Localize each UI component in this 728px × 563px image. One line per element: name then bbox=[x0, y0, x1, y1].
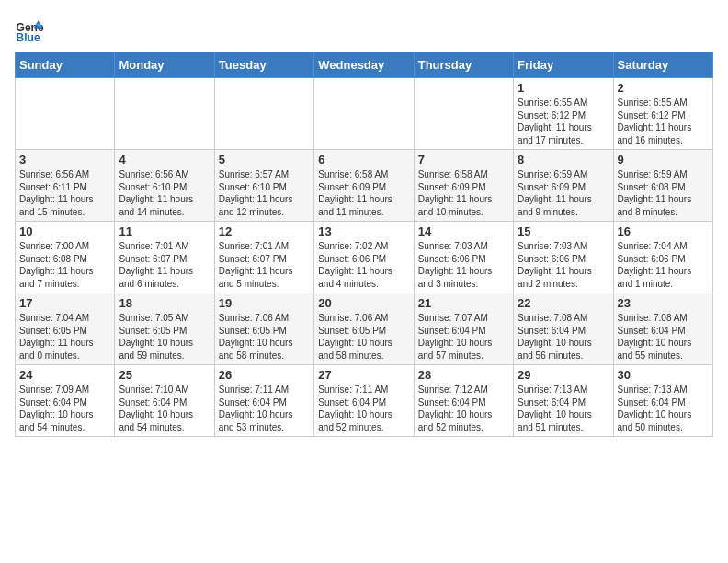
calendar-cell: 2Sunrise: 6:55 AM Sunset: 6:12 PM Daylig… bbox=[613, 78, 712, 150]
day-number: 2 bbox=[618, 81, 709, 95]
calendar-cell: 14Sunrise: 7:03 AM Sunset: 6:06 PM Dayli… bbox=[414, 222, 513, 293]
calendar-cell: 27Sunrise: 7:11 AM Sunset: 6:04 PM Dayli… bbox=[314, 365, 414, 437]
calendar-cell: 3Sunrise: 6:56 AM Sunset: 6:11 PM Daylig… bbox=[16, 150, 115, 222]
day-info: Sunrise: 7:01 AM Sunset: 6:07 PM Dayligh… bbox=[119, 240, 210, 290]
calendar-cell: 18Sunrise: 7:05 AM Sunset: 6:05 PM Dayli… bbox=[115, 293, 214, 365]
day-number: 14 bbox=[418, 224, 509, 238]
calendar-cell: 20Sunrise: 7:06 AM Sunset: 6:05 PM Dayli… bbox=[314, 293, 414, 365]
day-info: Sunrise: 7:04 AM Sunset: 6:06 PM Dayligh… bbox=[618, 240, 709, 290]
day-number: 9 bbox=[618, 153, 709, 167]
day-number: 7 bbox=[418, 153, 509, 167]
day-info: Sunrise: 7:13 AM Sunset: 6:04 PM Dayligh… bbox=[518, 384, 609, 433]
day-number: 13 bbox=[318, 224, 409, 238]
calendar-cell bbox=[16, 78, 115, 150]
day-info: Sunrise: 7:03 AM Sunset: 6:06 PM Dayligh… bbox=[418, 240, 509, 290]
calendar-cell: 23Sunrise: 7:08 AM Sunset: 6:04 PM Dayli… bbox=[613, 293, 712, 365]
day-number: 20 bbox=[318, 296, 409, 310]
calendar-cell: 30Sunrise: 7:13 AM Sunset: 6:04 PM Dayli… bbox=[613, 365, 712, 437]
day-info: Sunrise: 7:06 AM Sunset: 6:05 PM Dayligh… bbox=[219, 312, 310, 362]
day-info: Sunrise: 7:06 AM Sunset: 6:05 PM Dayligh… bbox=[318, 312, 409, 362]
day-number: 19 bbox=[219, 296, 310, 310]
day-number: 26 bbox=[219, 368, 310, 382]
calendar-cell bbox=[414, 78, 513, 150]
day-of-week-header: Sunday bbox=[16, 52, 115, 78]
day-number: 10 bbox=[19, 224, 110, 238]
calendar-cell: 1Sunrise: 6:55 AM Sunset: 6:12 PM Daylig… bbox=[514, 78, 613, 150]
calendar-cell: 29Sunrise: 7:13 AM Sunset: 6:04 PM Dayli… bbox=[514, 365, 613, 437]
day-info: Sunrise: 6:56 AM Sunset: 6:10 PM Dayligh… bbox=[119, 168, 210, 218]
calendar-cell: 17Sunrise: 7:04 AM Sunset: 6:05 PM Dayli… bbox=[16, 293, 115, 365]
day-info: Sunrise: 6:56 AM Sunset: 6:11 PM Dayligh… bbox=[19, 168, 110, 218]
day-number: 15 bbox=[518, 224, 609, 238]
day-number: 8 bbox=[518, 153, 609, 167]
calendar-cell: 4Sunrise: 6:56 AM Sunset: 6:10 PM Daylig… bbox=[115, 150, 214, 222]
day-info: Sunrise: 7:05 AM Sunset: 6:05 PM Dayligh… bbox=[119, 312, 210, 362]
day-of-week-header: Tuesday bbox=[214, 52, 313, 78]
day-info: Sunrise: 7:11 AM Sunset: 6:04 PM Dayligh… bbox=[219, 384, 310, 433]
day-number: 5 bbox=[219, 153, 310, 167]
day-of-week-header: Monday bbox=[115, 52, 214, 78]
page-header: General Blue bbox=[15, 15, 713, 44]
day-number: 6 bbox=[318, 153, 409, 167]
calendar-cell bbox=[214, 78, 313, 150]
calendar-cell: 10Sunrise: 7:00 AM Sunset: 6:08 PM Dayli… bbox=[16, 222, 115, 293]
day-number: 11 bbox=[119, 224, 210, 238]
day-info: Sunrise: 7:04 AM Sunset: 6:05 PM Dayligh… bbox=[19, 312, 110, 362]
day-number: 18 bbox=[119, 296, 210, 310]
day-number: 21 bbox=[418, 296, 509, 310]
calendar-header-row: SundayMondayTuesdayWednesdayThursdayFrid… bbox=[16, 52, 713, 78]
day-number: 30 bbox=[618, 368, 709, 382]
day-number: 29 bbox=[518, 368, 609, 382]
day-number: 25 bbox=[119, 368, 210, 382]
day-info: Sunrise: 7:03 AM Sunset: 6:06 PM Dayligh… bbox=[518, 240, 609, 290]
day-info: Sunrise: 7:08 AM Sunset: 6:04 PM Dayligh… bbox=[518, 312, 609, 362]
day-info: Sunrise: 6:58 AM Sunset: 6:09 PM Dayligh… bbox=[318, 168, 409, 218]
day-info: Sunrise: 6:58 AM Sunset: 6:09 PM Dayligh… bbox=[418, 168, 509, 218]
calendar-cell: 19Sunrise: 7:06 AM Sunset: 6:05 PM Dayli… bbox=[214, 293, 313, 365]
day-info: Sunrise: 6:59 AM Sunset: 6:08 PM Dayligh… bbox=[618, 168, 709, 218]
day-info: Sunrise: 6:59 AM Sunset: 6:09 PM Dayligh… bbox=[518, 168, 609, 218]
calendar-cell: 16Sunrise: 7:04 AM Sunset: 6:06 PM Dayli… bbox=[613, 222, 712, 293]
day-number: 24 bbox=[19, 368, 110, 382]
day-info: Sunrise: 7:00 AM Sunset: 6:08 PM Dayligh… bbox=[19, 240, 110, 290]
day-info: Sunrise: 7:08 AM Sunset: 6:04 PM Dayligh… bbox=[618, 312, 709, 362]
day-info: Sunrise: 7:10 AM Sunset: 6:04 PM Dayligh… bbox=[119, 384, 210, 433]
calendar-cell: 12Sunrise: 7:01 AM Sunset: 6:07 PM Dayli… bbox=[214, 222, 313, 293]
day-info: Sunrise: 6:57 AM Sunset: 6:10 PM Dayligh… bbox=[219, 168, 310, 218]
calendar-cell: 8Sunrise: 6:59 AM Sunset: 6:09 PM Daylig… bbox=[514, 150, 613, 222]
day-info: Sunrise: 7:11 AM Sunset: 6:04 PM Dayligh… bbox=[318, 384, 409, 433]
day-info: Sunrise: 7:13 AM Sunset: 6:04 PM Dayligh… bbox=[618, 384, 709, 433]
day-number: 23 bbox=[618, 296, 709, 310]
day-number: 12 bbox=[219, 224, 310, 238]
day-of-week-header: Friday bbox=[514, 52, 613, 78]
logo: General Blue bbox=[15, 15, 44, 44]
calendar-cell: 22Sunrise: 7:08 AM Sunset: 6:04 PM Dayli… bbox=[514, 293, 613, 365]
calendar-cell: 28Sunrise: 7:12 AM Sunset: 6:04 PM Dayli… bbox=[414, 365, 513, 437]
day-info: Sunrise: 7:07 AM Sunset: 6:04 PM Dayligh… bbox=[418, 312, 509, 362]
calendar-table: SundayMondayTuesdayWednesdayThursdayFrid… bbox=[15, 52, 713, 437]
calendar-cell: 9Sunrise: 6:59 AM Sunset: 6:08 PM Daylig… bbox=[613, 150, 712, 222]
day-number: 3 bbox=[19, 153, 110, 167]
calendar-week-row: 1Sunrise: 6:55 AM Sunset: 6:12 PM Daylig… bbox=[16, 78, 713, 150]
day-number: 16 bbox=[618, 224, 709, 238]
calendar-cell: 15Sunrise: 7:03 AM Sunset: 6:06 PM Dayli… bbox=[514, 222, 613, 293]
calendar-cell: 25Sunrise: 7:10 AM Sunset: 6:04 PM Dayli… bbox=[115, 365, 214, 437]
calendar-cell: 11Sunrise: 7:01 AM Sunset: 6:07 PM Dayli… bbox=[115, 222, 214, 293]
calendar-cell: 24Sunrise: 7:09 AM Sunset: 6:04 PM Dayli… bbox=[16, 365, 115, 437]
day-info: Sunrise: 7:02 AM Sunset: 6:06 PM Dayligh… bbox=[318, 240, 409, 290]
calendar-week-row: 17Sunrise: 7:04 AM Sunset: 6:05 PM Dayli… bbox=[16, 293, 713, 365]
day-info: Sunrise: 7:09 AM Sunset: 6:04 PM Dayligh… bbox=[19, 384, 110, 433]
day-of-week-header: Saturday bbox=[613, 52, 712, 78]
calendar-week-row: 10Sunrise: 7:00 AM Sunset: 6:08 PM Dayli… bbox=[16, 222, 713, 293]
calendar-cell: 7Sunrise: 6:58 AM Sunset: 6:09 PM Daylig… bbox=[414, 150, 513, 222]
calendar-cell: 6Sunrise: 6:58 AM Sunset: 6:09 PM Daylig… bbox=[314, 150, 414, 222]
day-number: 27 bbox=[318, 368, 409, 382]
day-number: 28 bbox=[418, 368, 509, 382]
calendar-week-row: 3Sunrise: 6:56 AM Sunset: 6:11 PM Daylig… bbox=[16, 150, 713, 222]
day-info: Sunrise: 6:55 AM Sunset: 6:12 PM Dayligh… bbox=[618, 97, 709, 146]
calendar-cell: 5Sunrise: 6:57 AM Sunset: 6:10 PM Daylig… bbox=[214, 150, 313, 222]
day-number: 22 bbox=[518, 296, 609, 310]
logo-icon: General Blue bbox=[15, 15, 44, 44]
calendar-cell: 21Sunrise: 7:07 AM Sunset: 6:04 PM Dayli… bbox=[414, 293, 513, 365]
calendar-cell bbox=[115, 78, 214, 150]
